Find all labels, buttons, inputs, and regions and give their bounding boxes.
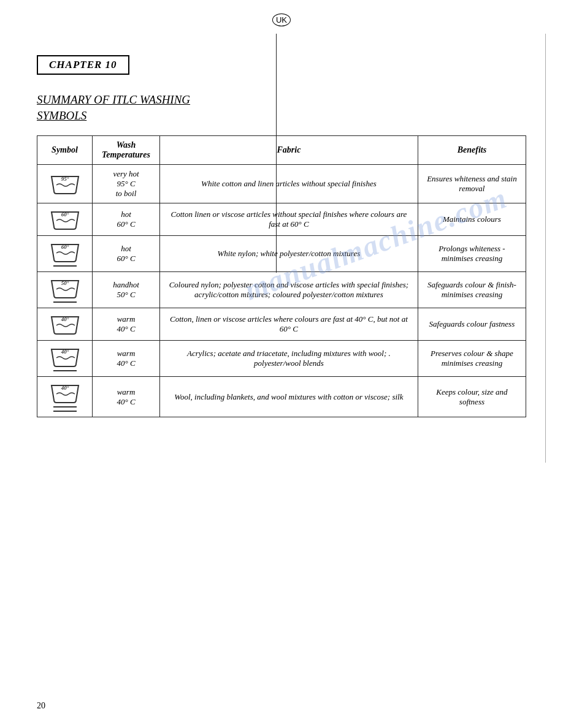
fabric-cell: Cotton linen or viscose articles without… [160,203,418,236]
benefits-cell: Prolongs whiteness -minimises creasing [418,236,526,272]
uk-logo: UK [272,13,291,26]
benefits-cell: Keeps colour, size and softness [418,377,526,417]
table-row: 50°handhot50° CColoured nylon; polyester… [37,272,526,308]
col-header-benefits: Benefits [418,136,526,165]
fabric-cell: White nylon; white polyester/cotton mixt… [160,236,418,272]
fabric-cell: Cotton, linen or viscose articles where … [160,308,418,341]
divider-line [276,34,277,273]
symbol-cell: 95° [37,165,93,203]
table-row: 60°hot60° CWhite nylon; white polyester/… [37,236,526,272]
symbol-cell: 60° [37,203,93,236]
temp-cell: handhot50° C [93,272,160,308]
page: UK manualmachine.com CHAPTER 10 SUMMARY … [0,0,563,728]
section-title: SUMMARY OF ITLC WASHINGSYMBOLS [37,92,526,123]
temp-cell: warm40° C [93,308,160,341]
table-row: 95°very hot95° Cto boilWhite cotton and … [37,165,526,203]
svg-text:40°: 40° [60,316,69,322]
svg-text:60°: 60° [61,244,69,250]
table-row: 40°warm40° CWool, including blankets, an… [37,377,526,417]
benefits-cell: Ensures whiteness and stain removal [418,165,526,203]
chapter-title: CHAPTER 10 [49,59,117,70]
temp-cell: hot60° C [93,236,160,272]
symbol-cell: 60° [37,236,93,272]
fabric-cell: Wool, including blankets, and wool mixtu… [160,377,418,417]
svg-text:95°: 95° [61,176,69,182]
table-row: 40°warm40° CCotton, linen or viscose art… [37,308,526,341]
col-header-fabric: Fabric [160,136,418,165]
col-header-symbol: Symbol [37,136,93,165]
benefits-cell: Safeguards colour & finish- minimises cr… [418,272,526,308]
temp-cell: very hot95° Cto boil [93,165,160,203]
col-header-temp: Wash Temperatures [93,136,160,165]
svg-text:40°: 40° [60,385,69,391]
fabric-cell: Acrylics; acetate and triacetate, includ… [160,341,418,377]
svg-text:60°: 60° [61,211,69,218]
symbol-cell: 40° [37,377,93,417]
fabric-cell: Coloured nylon; polyester cotton and vis… [160,272,418,308]
right-margin-line [545,34,546,463]
temp-cell: warm40° C [93,341,160,377]
fabric-cell: White cotton and linen articles without … [160,165,418,203]
temp-cell: hot60° C [93,203,160,236]
svg-text:50°: 50° [61,280,69,286]
page-number: 20 [37,701,45,711]
svg-text:40°: 40° [60,349,69,355]
table-row: 60°hot60° CCotton linen or viscose artic… [37,203,526,236]
table-row: 40°warm40° CAcrylics; acetate and triace… [37,341,526,377]
symbol-cell: 40° [37,308,93,341]
symbol-cell: 50° [37,272,93,308]
benefits-cell: Safeguards colour fastness [418,308,526,341]
symbol-cell: 40° [37,341,93,377]
chapter-box: CHAPTER 10 [37,55,129,75]
benefits-cell: Preserves colour & shape minimises creas… [418,341,526,377]
temp-cell: warm40° C [93,377,160,417]
washing-symbols-table: Symbol Wash Temperatures Fabric Benefits… [37,135,526,417]
benefits-cell: Maintains colours [418,203,526,236]
